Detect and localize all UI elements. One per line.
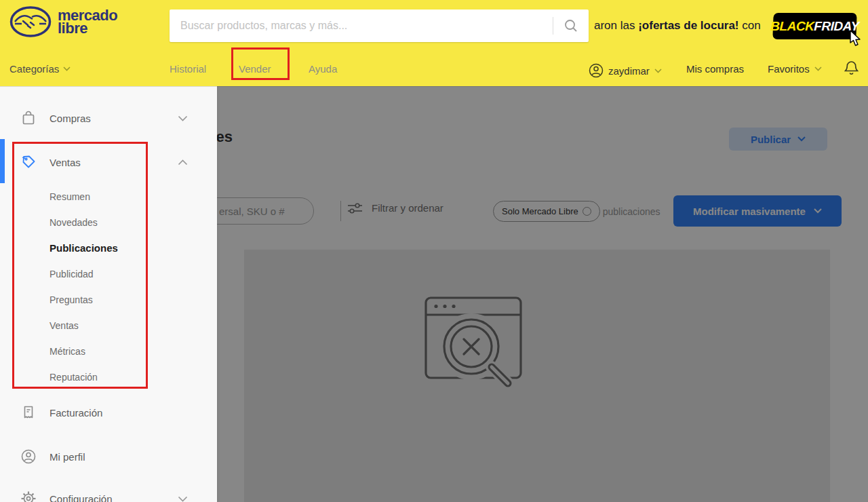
chevron-up-icon bbox=[178, 159, 188, 166]
cursor-icon bbox=[849, 30, 861, 47]
bag-icon bbox=[20, 110, 37, 126]
sidebar-subitem-resumen[interactable]: Resumen bbox=[50, 191, 90, 202]
sidebar-subitem-publicaciones[interactable]: Publicaciones bbox=[50, 242, 118, 254]
chevron-down-icon bbox=[654, 69, 662, 73]
sidebar-subitem-ventas[interactable]: Ventas bbox=[50, 320, 79, 331]
nav-categorias-label: Categorías bbox=[9, 63, 59, 75]
nav-categorias[interactable]: Categorías bbox=[9, 63, 71, 75]
nav-favoritos[interactable]: Favoritos bbox=[768, 63, 822, 75]
modal-dim-overlay[interactable] bbox=[217, 86, 868, 502]
user-icon bbox=[589, 63, 604, 78]
sidebar-item-facturacion[interactable]: Facturación bbox=[0, 403, 217, 422]
sidebar-subitem-preguntas[interactable]: Preguntas bbox=[50, 294, 93, 305]
promo-bold: ¡ofertas de locura! bbox=[638, 19, 738, 32]
gear-icon bbox=[20, 490, 37, 502]
configuracion-label: Configuración bbox=[50, 493, 113, 502]
sidebar-item-mi-perfil[interactable]: Mi perfil bbox=[0, 447, 217, 466]
bell-icon bbox=[844, 60, 859, 76]
search-input[interactable] bbox=[170, 20, 553, 32]
ventas-label: Ventas bbox=[50, 157, 81, 168]
handshake-logo-icon bbox=[9, 6, 52, 37]
logo-wordmark: mercado libre bbox=[58, 9, 117, 35]
chevron-down-icon bbox=[63, 66, 71, 71]
categories-drawer: Compras Ventas Resumen Novedades Publica… bbox=[0, 86, 217, 502]
nav-user-menu[interactable]: zaydimar bbox=[589, 63, 662, 78]
promo-banner-text: aron las ¡ofertas de locura! con bbox=[594, 19, 761, 33]
mercadolibre-logo[interactable]: mercado libre bbox=[9, 6, 117, 37]
nav-ayuda[interactable]: Ayuda bbox=[309, 63, 337, 75]
receipt-icon bbox=[20, 404, 37, 421]
promo-suffix: con bbox=[739, 19, 761, 32]
nav-historial[interactable]: Historial bbox=[170, 63, 206, 75]
search-button[interactable] bbox=[553, 9, 589, 42]
sidebar-subitem-reputacion[interactable]: Reputación bbox=[50, 372, 98, 383]
promo-prefix: aron las bbox=[594, 19, 638, 32]
chevron-down-icon bbox=[814, 66, 822, 71]
compras-label: Compras bbox=[50, 113, 91, 124]
profile-icon bbox=[20, 448, 37, 465]
favoritos-label: Favoritos bbox=[768, 63, 810, 75]
nav-vender[interactable]: Vender bbox=[239, 63, 271, 75]
bf-black-text: BLACK bbox=[770, 19, 814, 34]
search-icon bbox=[564, 19, 578, 33]
sidebar-subitem-publicidad[interactable]: Publicidad bbox=[50, 269, 94, 279]
header: mercado libre aron las ¡ofertas de locur… bbox=[0, 0, 868, 86]
sidebar-item-ventas[interactable]: Ventas bbox=[0, 153, 217, 172]
chevron-down-icon bbox=[178, 115, 188, 121]
tag-icon bbox=[20, 154, 37, 170]
sidebar-item-configuracion[interactable]: Configuración bbox=[0, 489, 217, 502]
mi-perfil-label: Mi perfil bbox=[50, 451, 85, 463]
header-nav: Categorías Historial Vender Ayuda zaydim… bbox=[0, 60, 868, 81]
nav-mis-compras[interactable]: Mis compras bbox=[686, 63, 744, 75]
sidebar-item-compras[interactable]: Compras bbox=[0, 109, 217, 128]
facturacion-label: Facturación bbox=[50, 407, 102, 419]
username-label: zaydimar bbox=[608, 65, 650, 77]
nav-notifications[interactable] bbox=[844, 60, 859, 78]
chevron-down-icon bbox=[178, 496, 188, 502]
sidebar-subitem-novedades[interactable]: Novedades bbox=[50, 217, 98, 228]
header-search bbox=[170, 9, 589, 42]
sidebar-subitem-metricas[interactable]: Métricas bbox=[50, 346, 85, 357]
black-friday-badge[interactable]: BLACKFRIDAY bbox=[772, 13, 856, 39]
